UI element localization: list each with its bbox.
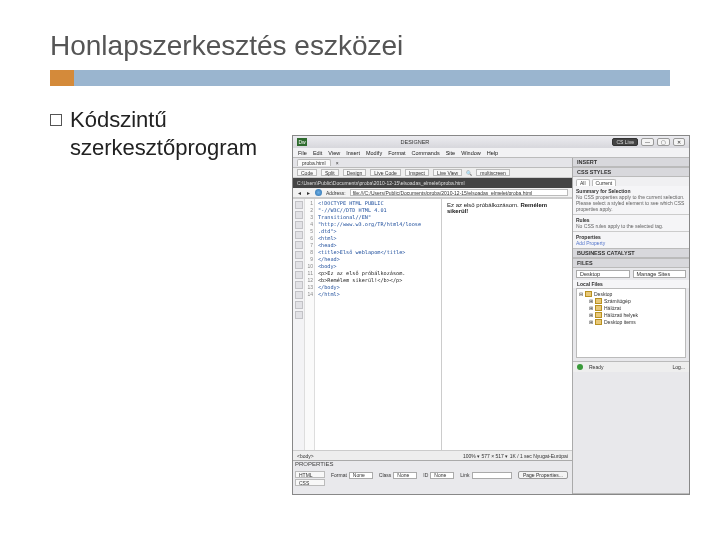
tree-item[interactable]: ⊞Desktop items xyxy=(579,319,683,326)
gutter-icon[interactable] xyxy=(295,291,303,299)
tree-item-label: Hálózat xyxy=(604,305,621,311)
class-select[interactable]: None xyxy=(393,472,417,479)
tree-item[interactable]: ⊞Hálózat xyxy=(579,305,683,312)
forward-icon[interactable]: ► xyxy=(306,190,311,196)
link-label: Link xyxy=(460,472,469,478)
plus-icon[interactable]: ⊞ xyxy=(589,312,593,318)
window-titlebar: Dw DESIGNER CS Live — ▢ ✕ xyxy=(293,136,689,148)
app-logo: Dw xyxy=(297,138,307,146)
menu-window[interactable]: Window xyxy=(461,150,481,156)
gutter-icon[interactable] xyxy=(295,221,303,229)
address-input[interactable]: file:///C:/Users/Public/Documents/proba/… xyxy=(350,189,568,196)
plus-icon[interactable]: ⊞ xyxy=(589,319,593,325)
menu-commands[interactable]: Commands xyxy=(412,150,440,156)
inspect-button[interactable]: Inspect xyxy=(405,169,429,176)
file-path-bar: C:\Users\Public\Documents\proba\2010-12-… xyxy=(293,178,572,188)
menu-insert[interactable]: Insert xyxy=(346,150,360,156)
gutter-icon[interactable] xyxy=(295,211,303,219)
format-select[interactable]: None xyxy=(349,472,373,479)
titlebar-buttons: CS Live — ▢ ✕ xyxy=(612,138,685,146)
gutter-icon[interactable] xyxy=(295,231,303,239)
bullet-text: Kódszintű szerkesztőprogram xyxy=(70,106,280,161)
menu-format[interactable]: Format xyxy=(388,150,405,156)
tab-close-icon[interactable]: × xyxy=(336,160,339,166)
split-view-button[interactable]: Split xyxy=(321,169,339,176)
tree-item[interactable]: ⊞Hálózati helyek xyxy=(579,312,683,319)
files-site-row: Desktop Manage Sites xyxy=(573,268,689,280)
bullet-square-icon xyxy=(50,114,62,126)
rule-blue xyxy=(74,70,670,86)
site-select[interactable]: Desktop xyxy=(576,270,630,278)
css-summary-text: No CSS properties apply to the current s… xyxy=(576,194,686,212)
search-icon[interactable]: 🔍 xyxy=(466,170,472,176)
cslive-button[interactable]: CS Live xyxy=(612,138,638,146)
design-preview[interactable]: Ez az első próbálkozásom. Remélem sikerü… xyxy=(442,199,572,450)
insert-panel-header[interactable]: INSERT xyxy=(573,158,689,167)
document-tab[interactable]: proba.html xyxy=(297,159,331,166)
split-view: 1234567891011121314 <!DOCTYPE HTML PUBLI… xyxy=(293,198,572,450)
gutter-icon[interactable] xyxy=(295,261,303,269)
menu-site[interactable]: Site xyxy=(446,150,455,156)
css-tab-current[interactable]: Current xyxy=(592,179,617,186)
tag-selector[interactable]: <body> xyxy=(297,453,314,459)
gutter-icon[interactable] xyxy=(295,241,303,249)
workspace-label[interactable]: DESIGNER xyxy=(401,139,430,145)
tree-root[interactable]: ⊟ Desktop xyxy=(579,291,683,298)
minimize-button[interactable]: — xyxy=(641,138,654,146)
address-label: Address: xyxy=(326,190,346,196)
plus-icon[interactable]: ⊞ xyxy=(589,298,593,304)
address-bar: ◄ ► Address: file:///C:/Users/Public/Doc… xyxy=(293,188,572,198)
link-select[interactable] xyxy=(472,472,512,479)
code-view-button[interactable]: Code xyxy=(297,169,317,176)
back-icon[interactable]: ◄ xyxy=(297,190,302,196)
gutter-icon[interactable] xyxy=(295,281,303,289)
code-editor[interactable]: <!DOCTYPE HTML PUBLIC "-//W3C//DTD HTML … xyxy=(315,199,442,450)
live-view-button[interactable]: Live View xyxy=(433,169,462,176)
gutter-icon[interactable] xyxy=(295,311,303,319)
bullet-item: Kódszintű szerkesztőprogram xyxy=(50,106,280,161)
gutter-icon[interactable] xyxy=(295,201,303,209)
link-field: Link xyxy=(460,471,511,479)
multiscreen-button[interactable]: multiscreen xyxy=(476,169,510,176)
code-tool-gutter xyxy=(293,199,305,450)
menu-modify[interactable]: Modify xyxy=(366,150,382,156)
maximize-button[interactable]: ▢ xyxy=(657,138,670,146)
css-add-property[interactable]: Add Property xyxy=(576,240,686,246)
id-label: ID xyxy=(423,472,428,478)
tree-root-label: Desktop xyxy=(594,291,612,297)
slide: Honlapszerkesztés eszközei Kódszintű sze… xyxy=(0,0,720,540)
ready-label: Ready xyxy=(589,364,603,370)
css-panel-tabs: All Current xyxy=(573,177,689,186)
close-button[interactable]: ✕ xyxy=(673,138,685,146)
tree-item-label: Számítógép xyxy=(604,298,631,304)
main-editor-area: proba.html × Code Split Design Live Code… xyxy=(293,158,573,494)
gutter-icon[interactable] xyxy=(295,271,303,279)
gutter-icon[interactable] xyxy=(295,301,303,309)
css-tab-all[interactable]: All xyxy=(576,179,590,186)
css-panel-header[interactable]: CSS STYLES xyxy=(573,168,689,177)
log-link[interactable]: Log... xyxy=(672,364,685,370)
live-code-button[interactable]: Live Code xyxy=(370,169,401,176)
preview-bold: sikerül! xyxy=(447,208,468,214)
page-properties-button[interactable]: Page Properties... xyxy=(518,471,568,479)
plus-icon[interactable]: ⊞ xyxy=(589,305,593,311)
id-select[interactable]: None xyxy=(430,472,454,479)
files-panel-header[interactable]: FILES xyxy=(573,259,689,268)
tree-item[interactable]: ⊞Számítógép xyxy=(579,298,683,305)
menu-edit[interactable]: Edit xyxy=(313,150,322,156)
files-tree[interactable]: ⊟ Desktop ⊞Számítógép ⊞Hálózat ⊞Hálózati… xyxy=(576,288,686,358)
status-bar: <body> 100% ▾ 577 × 517 ▾ 1K / 1 sec Nyu… xyxy=(293,450,572,460)
menu-help[interactable]: Help xyxy=(487,150,498,156)
menu-file[interactable]: File xyxy=(298,150,307,156)
window-body: proba.html × Code Split Design Live Code… xyxy=(293,158,689,494)
menu-view[interactable]: View xyxy=(328,150,340,156)
manage-sites-select[interactable]: Manage Sites xyxy=(633,270,687,278)
design-view-button[interactable]: Design xyxy=(343,169,367,176)
css-mode-button[interactable]: CSS xyxy=(295,479,325,486)
minus-icon[interactable]: ⊟ xyxy=(579,291,583,297)
bc-panel-header[interactable]: BUSINESS CATALYST xyxy=(573,249,689,258)
rule-orange xyxy=(50,70,74,86)
gutter-icon[interactable] xyxy=(295,251,303,259)
html-mode-button[interactable]: HTML xyxy=(295,471,325,478)
globe-icon xyxy=(315,189,322,196)
